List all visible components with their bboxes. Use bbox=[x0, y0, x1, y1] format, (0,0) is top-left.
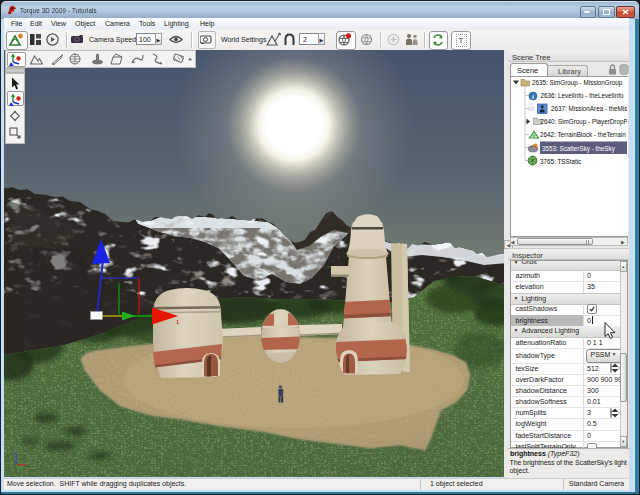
svg-text:2637: MissionArea - theMis: 2637: MissionArea - theMis bbox=[551, 105, 627, 112]
svg-text:3765: TSStatic: 3765: TSStatic bbox=[540, 158, 581, 165]
svg-text:3553: ScatterSky - theSky: 3553: ScatterSky - theSky bbox=[542, 145, 616, 153]
svg-text:2640: SimGroup - PlayerDropP: 2640: SimGroup - PlayerDropP bbox=[540, 118, 627, 126]
svg-text:2635: SimGroup - MissionGroup: 2635: SimGroup - MissionGroup bbox=[532, 79, 623, 87]
svg-text:2636: LevelInfo - theLevelInfo: 2636: LevelInfo - theLevelInfo bbox=[540, 92, 623, 99]
svg-text:2642: TerrainBlock - theTerrai: 2642: TerrainBlock - theTerrain bbox=[540, 131, 626, 138]
svg-text:i: i bbox=[532, 93, 534, 100]
